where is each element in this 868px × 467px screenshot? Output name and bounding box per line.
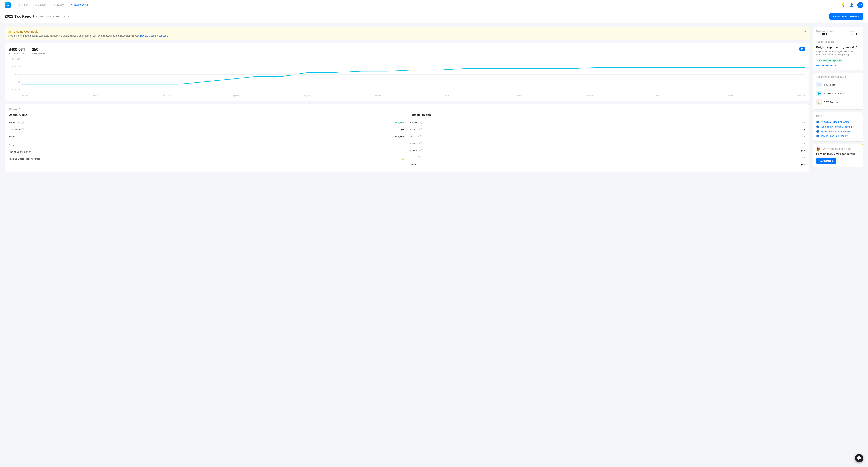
help-link-1[interactable]: 🔵 My gains are too high/wrong! (816, 120, 860, 124)
total-income-value: $50 (32, 47, 45, 52)
irs-forms-icon: 📄 (816, 82, 822, 87)
import-more-text: + Import More Data (816, 64, 837, 67)
capital-gains-column: Capital Gains Short Term i $400,084 Long… (9, 113, 404, 168)
capital-gains-dot (9, 53, 10, 55)
help-link-1-icon: 🔵 (816, 121, 819, 123)
ylabel-400k: $400,000 (9, 66, 20, 68)
total-income-value: $50 (801, 163, 805, 166)
nav-step-review[interactable]: 3Review (50, 0, 68, 10)
staking-value: $0 (802, 142, 805, 145)
chart-xaxis: Jan 2021 Feb 2021 Mar 2021 Apr 2021 May … (21, 95, 805, 97)
nav-step-classify[interactable]: 2Classify (32, 0, 50, 10)
add-tax-professional-button[interactable]: + Add Tax Professional (830, 13, 863, 20)
irs-forms-item[interactable]: 📄 IRS Forms (816, 81, 860, 89)
help-link-3[interactable]: 🔵 My tax report is not accurate (816, 129, 860, 134)
total-income-label: Total Income (32, 52, 45, 55)
chart-metrics: $400,084 Capital Gains $50 Total Income (9, 47, 45, 55)
xlabel-apr: Apr 2021 (233, 95, 240, 97)
long-term-row: Long Term i $0 (9, 126, 404, 133)
alert-title: ⚠️ Missing Cost Basis (8, 30, 38, 33)
airdrop-info-icon[interactable]: i (419, 121, 422, 124)
calculation-card: Calculation Method HIFO Transactions 261… (813, 27, 863, 70)
badge-dot (818, 60, 820, 61)
person-add-icon[interactable]: 👤 (848, 2, 855, 8)
csv-reports-label: CSV Reports (824, 101, 838, 104)
chart-line (21, 68, 805, 84)
top-navigation: C 1Import2Classify3Review4Tax Reports 💡 … (0, 0, 868, 10)
csv-reports-item[interactable]: 📊 CSV Reports (816, 98, 860, 106)
title-group: 2021 Tax Report ▾ Jan 1, 2021 - Dec 31 2… (5, 14, 69, 19)
xlabel-dec: Dec 2021 (798, 95, 805, 97)
mining-value: $0 (802, 135, 805, 138)
referral-title: Earn up to $75 for each referral (816, 153, 860, 156)
sidebar: Calculation Method HIFO Transactions 261… (813, 27, 863, 169)
income-info-icon[interactable]: i (420, 149, 422, 152)
help-link-4[interactable]: 🔵 How do I use CoinLedger? (816, 134, 860, 138)
help-link-1-text: My gains are too high/wrong! (820, 121, 850, 123)
total-gains-label: Total (9, 135, 14, 138)
airdrop-value: $0 (802, 121, 805, 124)
calc-method: Calculation Method HIFO (816, 30, 833, 36)
mining-info-icon[interactable]: i (418, 135, 421, 138)
xlabel-jun: Jun 2021 (374, 95, 382, 97)
checklist-title: Did you import all of your data? (816, 45, 860, 49)
end-of-year-row: End of Year Position i (9, 149, 404, 155)
mining-row: Mining i $0 (410, 133, 805, 140)
summary-label: SUMMARY (9, 108, 805, 110)
xlabel-sep: Sep 2021 (586, 95, 593, 97)
ylabel-0: $0 (9, 81, 20, 83)
logo[interactable]: C (5, 2, 11, 8)
checklist-section-label: TAX CHECKLIST (816, 41, 860, 43)
sources-imported-badge[interactable]: 5 Sources Imported (816, 59, 843, 62)
calc-method-label: Calculation Method (816, 30, 833, 32)
chart-header: $400,084 Capital Gains $50 Total Income … (9, 47, 805, 55)
nav-icons: 💡 👤 BY (840, 2, 863, 8)
help-link-2[interactable]: 🔵 Some of my income is missing (816, 124, 860, 129)
nav-step-import[interactable]: 1Import (16, 0, 32, 10)
user-avatar[interactable]: BY (857, 2, 863, 8)
alert-collapse-icon[interactable]: ▾ (804, 30, 806, 33)
total-income-label: Total (410, 163, 416, 166)
chart-plot (21, 58, 805, 91)
ylabel-neg200k: -$200,000 (9, 89, 20, 91)
short-term-value: $400,084 (393, 121, 404, 124)
staking-info-icon[interactable]: i (420, 142, 422, 145)
xlabel-feb: Feb 2021 (92, 95, 99, 97)
downloads-card: TAX REPORT DOWNLOADS 📄 IRS Forms 🌐 Tax F… (813, 73, 863, 110)
period-1y-button[interactable]: 1Y (799, 47, 805, 51)
other-income-label: Other i (410, 156, 420, 159)
help-link-4-text: How do I use CoinLedger? (820, 135, 848, 137)
warning-icon: ⚠️ (8, 30, 12, 33)
chart-area: $600,000 $400,000 $200,000 $0 -$200,000 (9, 58, 805, 97)
summary-grid: Capital Gains Short Term i $400,084 Long… (9, 113, 805, 168)
divider-1 (816, 38, 860, 39)
short-term-row: Short Term i $400,084 (9, 119, 404, 126)
title-dropdown-icon[interactable]: ▾ (36, 15, 37, 18)
xlabel-nov: Nov 2021 (727, 95, 734, 97)
nav-step-tax-reports[interactable]: 4Tax Reports (68, 0, 91, 10)
tax-filing-software-item[interactable]: 🌐 Tax Filing Software (816, 89, 860, 98)
missing-basis-info-icon[interactable]: i (42, 158, 44, 160)
sources-badge-text: 5 Sources Imported (821, 59, 841, 62)
checklist-desc: All years and all exchanges need to be i… (816, 50, 860, 56)
xlabel-mar: Mar 2021 (162, 95, 170, 97)
other-income-info-icon[interactable]: i (417, 156, 420, 159)
airdrop-row: Airdrop i $0 (410, 119, 805, 126)
get-started-button[interactable]: Get Started (816, 158, 836, 164)
taxable-income-column: Taxable Income Airdrop i $0 Interest i (410, 113, 805, 168)
alert-body-text: It looks like you have missing cost basi… (8, 34, 140, 37)
ylabel-600k: $600,000 (9, 58, 20, 60)
referral-section-label: INVITE FRIENDS AND EARN (822, 148, 852, 150)
end-of-year-info-icon[interactable]: i (33, 151, 35, 153)
chart-svg (21, 58, 805, 91)
short-term-info-icon[interactable]: i (22, 121, 25, 124)
help-section-label: HELP (816, 115, 860, 118)
interest-info-icon[interactable]: i (420, 128, 422, 131)
review-missing-cost-basis-link[interactable]: Review Missing Cost Basis (140, 34, 168, 37)
import-more-link[interactable]: + Import More Data (816, 64, 860, 67)
lightbulb-icon[interactable]: 💡 (840, 2, 846, 8)
long-term-info-icon[interactable]: i (22, 128, 24, 131)
date-range: Jan 1, 2021 - Dec 31 2021 (39, 15, 69, 18)
summary-card: SUMMARY Capital Gains Short Term i $400,… (5, 104, 809, 172)
capital-gains-value: $400,084 (9, 47, 26, 52)
